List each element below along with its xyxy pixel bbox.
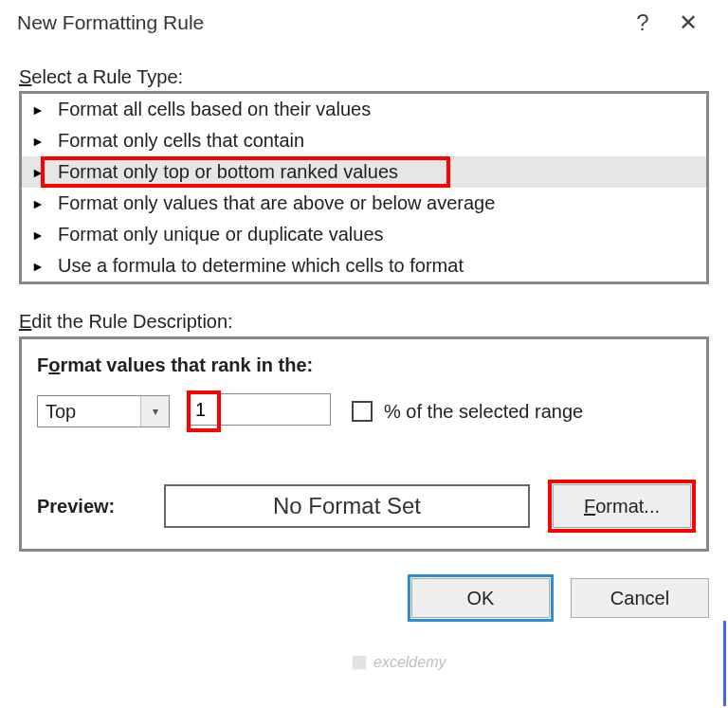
- preview-box: No Format Set: [164, 484, 530, 528]
- rule-top-bottom[interactable]: ► Format only top or bottom ranked value…: [22, 156, 706, 188]
- preview-label: Preview:: [37, 496, 141, 517]
- top-bottom-select[interactable]: Top ▾: [37, 395, 170, 427]
- rule-above-below-average[interactable]: ► Format only values that are above or b…: [22, 188, 706, 219]
- watermark-icon: [351, 654, 368, 671]
- rule-edit-panel: Format values that rank in the: Top ▾ % …: [19, 336, 709, 552]
- frame-edge: [722, 621, 726, 706]
- rule-item-label: Use a formula to determine which cells t…: [58, 255, 464, 277]
- chevron-down-icon[interactable]: ▾: [140, 396, 169, 427]
- rule-format-cells-contain[interactable]: ► Format only cells that contain: [22, 125, 706, 156]
- rule-item-label: Format all cells based on their values: [58, 99, 371, 120]
- close-icon[interactable]: ✕: [665, 9, 711, 36]
- rule-format-all-cells[interactable]: ► Format all cells based on their values: [22, 94, 706, 125]
- rule-item-label: Format only cells that contain: [58, 130, 304, 152]
- rule-formula[interactable]: ► Use a formula to determine which cells…: [22, 250, 706, 281]
- cancel-button[interactable]: Cancel: [571, 578, 709, 618]
- rule-item-label: Format only unique or duplicate values: [58, 224, 384, 245]
- select-rule-type-label: Select a Rule Type:: [19, 66, 709, 88]
- rank-count-input[interactable]: [189, 393, 331, 426]
- watermark: exceldemy: [351, 654, 446, 671]
- bullet-icon: ►: [31, 102, 48, 118]
- bullet-icon: ►: [31, 259, 48, 274]
- help-icon[interactable]: ?: [620, 9, 665, 36]
- format-button[interactable]: Format...: [553, 484, 691, 528]
- rule-item-label: Format only values that are above or bel…: [58, 192, 495, 214]
- rule-unique-duplicate[interactable]: ► Format only unique or duplicate values: [22, 219, 706, 250]
- panel-title: Format values that rank in the:: [37, 354, 691, 376]
- select-value: Top: [38, 401, 140, 423]
- edit-description-label: Edit the Rule Description:: [19, 311, 709, 333]
- bullet-icon: ►: [31, 165, 48, 180]
- bullet-icon: ►: [31, 227, 48, 243]
- ok-button[interactable]: OK: [411, 578, 550, 618]
- bullet-icon: ►: [31, 134, 48, 149]
- percent-checkbox-label: % of the selected range: [384, 401, 583, 423]
- rule-item-label: Format only top or bottom ranked values: [58, 161, 398, 183]
- bullet-icon: ►: [31, 196, 48, 211]
- rule-type-list[interactable]: ► Format all cells based on their values…: [19, 91, 709, 284]
- percent-checkbox[interactable]: [352, 401, 373, 422]
- dialog-title: New Formatting Rule: [17, 11, 620, 34]
